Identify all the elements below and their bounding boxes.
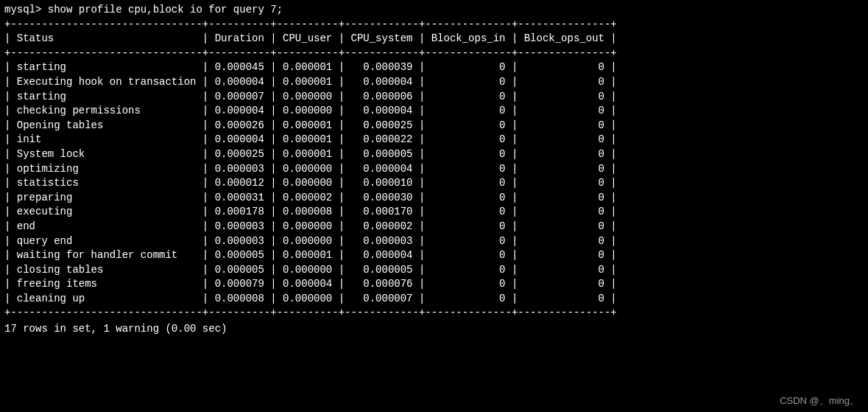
- table-row: | checking permissions | 0.000004 | 0.00…: [4, 104, 864, 119]
- table-row: | Executing hook on transaction | 0.0000…: [4, 75, 864, 90]
- table-row: | optimizing | 0.000003 | 0.000000 | 0.0…: [4, 162, 864, 177]
- watermark: CSDN @。ming。: [780, 394, 859, 408]
- table-row: | System lock | 0.000025 | 0.000001 | 0.…: [4, 147, 864, 162]
- table-header: | Status | Duration | CPU_user | CPU_sys…: [4, 32, 864, 46]
- table-row: | closing tables | 0.000005 | 0.000000 |…: [4, 263, 864, 278]
- table-row: | query end | 0.000003 | 0.000000 | 0.00…: [4, 234, 864, 249]
- table-row: | end | 0.000003 | 0.000000 | 0.000002 |…: [4, 220, 864, 234]
- table-row: | init | 0.000004 | 0.000001 | 0.000022 …: [4, 133, 864, 147]
- table-row: | freeing items | 0.000079 | 0.000004 | …: [4, 277, 864, 292]
- table-row: | preparing | 0.000031 | 0.000002 | 0.00…: [4, 191, 864, 206]
- table-border-bottom: +-------------------------------+-------…: [4, 306, 864, 321]
- table-row: | starting | 0.000045 | 0.000001 | 0.000…: [4, 60, 864, 75]
- table-row: | waiting for handler commit | 0.000005 …: [4, 248, 864, 263]
- table-row: | Opening tables | 0.000026 | 0.000001 |…: [4, 119, 864, 133]
- mysql-prompt[interactable]: mysql> show profile cpu,block io for que…: [4, 3, 864, 18]
- table-row: | starting | 0.000007 | 0.000000 | 0.000…: [4, 90, 864, 105]
- table-border-top: +-------------------------------+-------…: [4, 18, 864, 32]
- result-summary: 17 rows in set, 1 warning (0.00 sec): [4, 322, 864, 337]
- table-body: | starting | 0.000045 | 0.000001 | 0.000…: [4, 60, 864, 306]
- table-row: | statistics | 0.000012 | 0.000000 | 0.0…: [4, 176, 864, 191]
- table-border-mid: +-------------------------------+-------…: [4, 46, 864, 61]
- table-row: | cleaning up | 0.000008 | 0.000000 | 0.…: [4, 292, 864, 307]
- table-row: | executing | 0.000178 | 0.000008 | 0.00…: [4, 205, 864, 220]
